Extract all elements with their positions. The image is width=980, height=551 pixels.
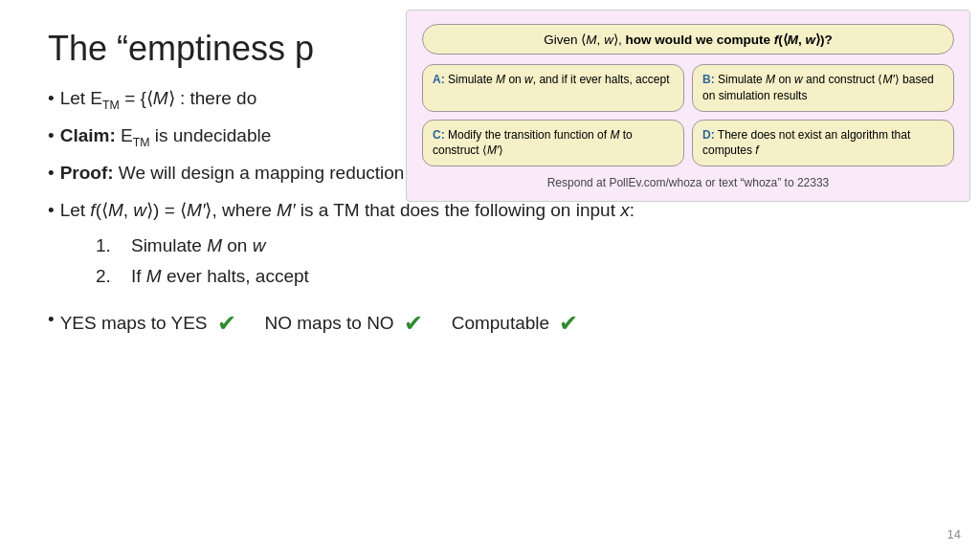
yes-maps: YES maps to YES ✔ — [60, 307, 236, 340]
yes-maps-label: YES maps to YES — [60, 311, 208, 337]
subitem-2: 2. If M ever halts, accept — [96, 264, 932, 290]
popup-option-b: B: Simulate M on w and construct ⟨M′⟩ ba… — [692, 64, 954, 112]
option-a-text: Simulate M on w, and if it ever halts, a… — [448, 73, 669, 86]
bullet-4-text: Let f(⟨M, w⟩) = ⟨M′⟩, where M′ is a TM t… — [60, 198, 635, 224]
bullet-dot-2: • — [48, 123, 55, 149]
no-check-icon: ✔ — [404, 307, 423, 340]
computable-label: Computable — [452, 311, 549, 337]
option-d-text: There does not exist an algorithm that c… — [702, 128, 910, 158]
bottom-bullets: • YES maps to YES ✔ NO maps to NO ✔ Comp… — [48, 299, 932, 340]
popup-card: Given ⟨M, w⟩, how would we compute f(⟨M,… — [406, 10, 970, 202]
bullet-dot-4: • — [48, 198, 55, 224]
slide: The “emptiness problem” • Let ETM = {⟨M⟩… — [0, 0, 980, 551]
option-d-label: D: — [702, 128, 715, 142]
popup-question: Given ⟨M, w⟩, how would we compute f(⟨M,… — [422, 24, 954, 55]
no-maps-label: NO maps to NO — [265, 311, 394, 337]
bullet-dot-1: • — [48, 86, 55, 112]
bullet-dot-3: • — [48, 161, 55, 187]
option-b-text: Simulate M on w and construct ⟨M′⟩ based… — [702, 73, 934, 102]
bullet-1-text: Let ETM = {⟨M⟩ : there do — [60, 86, 257, 114]
option-c-text: Modify the transition function of M to c… — [433, 128, 633, 158]
option-b-label: B: — [702, 73, 715, 86]
bottom-row: YES maps to YES ✔ NO maps to NO ✔ Comput… — [60, 307, 578, 340]
yes-check-icon: ✔ — [217, 307, 236, 340]
computable-check-icon: ✔ — [559, 307, 578, 340]
option-a-label: A: — [433, 73, 445, 86]
popup-options: A: Simulate M on w, and if it ever halts… — [422, 64, 954, 166]
bullet-dot-bottom: • — [48, 307, 55, 333]
popup-option-c: C: Modify the transition function of M t… — [422, 120, 684, 167]
subitem-2-num: 2. — [96, 266, 126, 286]
bullet-2-text: Claim: ETM is undecidable — [60, 123, 272, 151]
popup-footer: Respond at PollEv.com/whoza or text “who… — [422, 176, 954, 189]
sublist: 1. Simulate M on w 2. If M ever halts, a… — [96, 233, 932, 290]
page-number: 14 — [947, 527, 961, 541]
bullet-4: • Let f(⟨M, w⟩) = ⟨M′⟩, where M′ is a TM… — [48, 198, 932, 224]
computable: Computable ✔ — [452, 307, 578, 340]
subitem-1-num: 1. — [96, 235, 126, 255]
no-maps: NO maps to NO ✔ — [265, 307, 423, 340]
popup-option-d: D: There does not exist an algorithm tha… — [692, 120, 954, 167]
popup-option-a: A: Simulate M on w, and if it ever halts… — [422, 64, 684, 112]
subitem-1: 1. Simulate M on w — [96, 233, 932, 259]
option-c-label: C: — [433, 128, 445, 142]
subitem-1-text: Simulate M on w — [131, 235, 265, 255]
subitem-2-text: If M ever halts, accept — [131, 266, 309, 286]
